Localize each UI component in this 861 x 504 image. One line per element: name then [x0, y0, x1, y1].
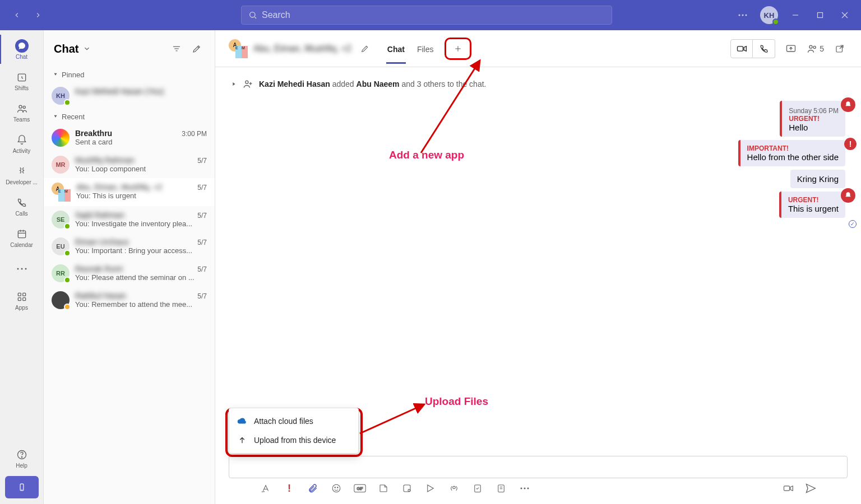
- rail-teams[interactable]: Teams: [2, 97, 42, 127]
- edit-name-button[interactable]: [357, 41, 373, 57]
- chat-item-pinned[interactable]: KH Kazi Mehedi Hasan (You): [44, 82, 215, 109]
- msg-time: Sunday 5:06 PM: [789, 107, 839, 115]
- emoji-button[interactable]: [331, 483, 342, 494]
- message-bubble[interactable]: Sunday 5:06 PM URGENT! Hello: [780, 101, 845, 137]
- profile-avatar[interactable]: KH: [760, 6, 778, 24]
- photo-avatar: [52, 291, 70, 309]
- more-options-button[interactable]: [731, 3, 754, 27]
- system-message: Kazi Mehedi Hasan added Abu Naeem and 3 …: [231, 78, 845, 90]
- attach-button[interactable]: [307, 483, 318, 494]
- rail-chat[interactable]: Chat: [2, 35, 42, 64]
- window-minimize-button[interactable]: [784, 3, 807, 27]
- avatar-initials: MR: [55, 161, 65, 168]
- svg-rect-20: [22, 293, 25, 296]
- rail-label: Developer ...: [6, 179, 38, 185]
- add-tab-button[interactable]: [450, 41, 466, 57]
- chat-time: 5/7: [197, 157, 207, 165]
- svg-point-57: [453, 486, 456, 489]
- app-avatar: [52, 129, 70, 147]
- svg-rect-22: [22, 297, 25, 300]
- chat-item[interactable]: MR Mushfiq Rahman5/7You: Loop component: [44, 151, 215, 178]
- upload-from-device[interactable]: Upload from this device: [229, 431, 358, 450]
- format-button[interactable]: [260, 483, 271, 494]
- gif-button[interactable]: GIF: [354, 483, 365, 494]
- urgent-bell-icon: [841, 188, 855, 203]
- more-tools-button[interactable]: [519, 483, 530, 494]
- tab-files[interactable]: Files: [416, 34, 435, 64]
- svg-point-51: [337, 487, 339, 488]
- viva-button[interactable]: [496, 483, 507, 494]
- chat-name: Breakthru: [75, 129, 112, 138]
- chevron-down-icon[interactable]: [83, 45, 91, 53]
- avatar-initials: KH: [56, 92, 65, 99]
- video-call-button[interactable]: [730, 39, 753, 58]
- rail-calendar[interactable]: Calendar: [2, 223, 42, 252]
- svg-rect-6: [818, 13, 823, 18]
- attach-menu: Attach cloud files Upload from this devi…: [229, 408, 359, 454]
- window-maximize-button[interactable]: [808, 3, 832, 27]
- svg-point-63: [524, 488, 526, 489]
- participants-count: 5: [820, 44, 824, 53]
- chat-name: Sajid Rahman: [75, 211, 124, 220]
- nav-back-button[interactable]: [8, 6, 26, 24]
- rail-more[interactable]: [2, 254, 42, 283]
- nav-forward-button[interactable]: [29, 6, 47, 24]
- rail-calls[interactable]: Calls: [2, 192, 42, 221]
- svg-rect-54: [404, 485, 410, 492]
- chat-preview: You: Loop component: [75, 165, 198, 173]
- chat-item[interactable]: EU Eiman Urchaus5/7You: Important : Brin…: [44, 233, 215, 260]
- sticker-button[interactable]: [378, 483, 389, 494]
- mobile-companion-button[interactable]: [5, 476, 39, 498]
- sys-target: Abu Naeem: [357, 80, 400, 88]
- chat-item[interactable]: SE Sajid Rahman5/7You: Investigate the i…: [44, 206, 215, 233]
- msg-text: Kring Kring: [797, 174, 839, 184]
- rail-help[interactable]: Help: [2, 444, 42, 473]
- chat-item[interactable]: Breakthru3:00 PMSent a card: [44, 124, 215, 151]
- tab-chat[interactable]: Chat: [386, 34, 406, 64]
- chat-item[interactable]: RR Raunak Rumi5/7You: Please attend the …: [44, 260, 215, 287]
- section-recent[interactable]: Recent: [44, 109, 215, 124]
- share-screen-button[interactable]: [783, 41, 799, 57]
- video-clip-button[interactable]: [783, 483, 794, 494]
- popout-button[interactable]: [832, 41, 848, 57]
- message-bubble[interactable]: URGENT! This is urgent: [779, 192, 845, 218]
- attach-cloud-files[interactable]: Attach cloud files: [229, 412, 358, 431]
- participants-button[interactable]: 5: [807, 43, 824, 54]
- message-bubble[interactable]: Kring Kring: [790, 170, 845, 188]
- chat-preview: Sent a card: [75, 138, 198, 146]
- window-close-button[interactable]: [833, 3, 857, 27]
- add-tab-highlight-frame: [445, 38, 471, 60]
- svg-rect-19: [18, 293, 21, 296]
- chat-item-selected[interactable]: AEM Abu, Eiman, Mushfiq, +25/7You: This …: [44, 178, 215, 206]
- chat-time: 5/7: [197, 265, 207, 273]
- msg-tag: URGENT!: [788, 196, 839, 204]
- svg-point-64: [527, 488, 529, 489]
- msg-tag: IMPORTANT!: [747, 144, 839, 152]
- stream-button[interactable]: [448, 483, 460, 494]
- apps-icon: [15, 290, 29, 304]
- compose-input[interactable]: [229, 456, 848, 478]
- section-pinned[interactable]: Pinned: [44, 67, 215, 82]
- message-bubble[interactable]: IMPORTANT! Hello from the other side !: [738, 140, 845, 166]
- chat-item[interactable]: Rakibul Hasan5/7You: Remember to attend …: [44, 287, 215, 314]
- approvals-button[interactable]: [472, 483, 483, 494]
- svg-point-4: [746, 15, 747, 16]
- chat-time: 5/7: [197, 292, 207, 300]
- priority-button[interactable]: !: [284, 483, 295, 494]
- rail-shifts[interactable]: Shifts: [2, 66, 42, 95]
- rail-apps[interactable]: Apps: [2, 286, 42, 315]
- actions-button[interactable]: [425, 483, 436, 494]
- svg-point-10: [19, 105, 22, 108]
- audio-call-button[interactable]: [753, 39, 775, 58]
- rail-label: Help: [16, 463, 27, 469]
- search-input[interactable]: Search: [241, 6, 612, 25]
- filter-button[interactable]: [169, 41, 184, 57]
- chat-preview: You: Important : Bring your access...: [75, 246, 198, 255]
- rail-developer[interactable]: Developer ...: [2, 160, 42, 189]
- menu-label: Upload from this device: [254, 436, 336, 445]
- new-chat-button[interactable]: [189, 41, 205, 57]
- send-button[interactable]: [805, 483, 816, 494]
- section-label: Pinned: [62, 71, 84, 79]
- loop-button[interactable]: [401, 483, 413, 494]
- rail-activity[interactable]: Activity: [2, 129, 42, 158]
